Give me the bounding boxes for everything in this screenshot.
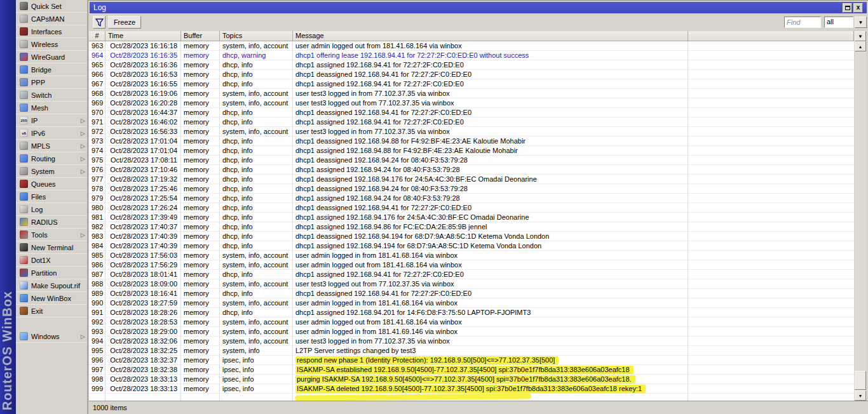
column-header-topics[interactable]: Topics bbox=[220, 31, 293, 41]
log-row-969[interactable]: 969Oct/28/2023 16:20:28memorysystem, inf… bbox=[89, 98, 854, 108]
sidebar-item-ppp[interactable]: PPP bbox=[16, 76, 87, 89]
topic-scope-dropdown-button[interactable]: ▼ bbox=[855, 17, 867, 28]
row-number: 993 bbox=[89, 327, 105, 337]
log-row-997[interactable]: 997Oct/28/2023 18:32:38memoryipsec, info… bbox=[89, 365, 854, 375]
log-row-986[interactable]: 986Oct/28/2023 17:56:29memorysystem, inf… bbox=[89, 260, 854, 270]
log-row-987[interactable]: 987Oct/28/2023 18:01:41memorydhcp, infod… bbox=[89, 270, 854, 279]
log-row-996[interactable]: 996Oct/28/2023 18:32:37memoryipsec, info… bbox=[89, 356, 854, 365]
log-row-965[interactable]: 965Oct/28/2023 16:16:36memorydhcp, infod… bbox=[89, 60, 854, 70]
column-header-number[interactable]: # bbox=[89, 31, 105, 41]
log-row-980[interactable]: 980Oct/28/2023 17:26:24memorydhcp, infod… bbox=[89, 203, 854, 213]
sidebar-item-mesh[interactable]: Mesh bbox=[16, 102, 87, 114]
cell-buffer: memory bbox=[181, 327, 220, 337]
sidebar-item-ipv6[interactable]: v6IPv6▷ bbox=[16, 127, 87, 140]
row-number: 964 bbox=[89, 51, 105, 60]
log-row-998[interactable]: 998Oct/28/2023 18:33:13memoryipsec, info… bbox=[89, 375, 854, 384]
close-icon: x bbox=[857, 4, 860, 11]
cell-empty bbox=[688, 289, 854, 298]
sidebar-item-exit[interactable]: Exit bbox=[16, 305, 87, 317]
sidebar-item-switch[interactable]: Switch bbox=[16, 89, 87, 102]
log-row-972[interactable]: 972Oct/28/2023 16:56:33memorysystem, inf… bbox=[89, 127, 854, 137]
scroll-up-button[interactable]: ▲ bbox=[855, 41, 866, 51]
cell-topics: system, info, account bbox=[220, 98, 293, 108]
sidebar-item-dot1x[interactable]: Dot1X bbox=[16, 254, 87, 267]
cell-message: user test3 logged in from 77.102.37.35 v… bbox=[293, 127, 688, 137]
log-row-992[interactable]: 992Oct/28/2023 18:28:53memorysystem, inf… bbox=[89, 317, 854, 327]
column-header-time[interactable]: Time bbox=[105, 31, 181, 41]
log-row-970[interactable]: 970Oct/28/2023 16:44:37memorydhcp, infod… bbox=[89, 108, 854, 117]
log-row-995[interactable]: 995Oct/28/2023 18:32:25memorysystem, inf… bbox=[89, 346, 854, 356]
sidebar-item-interfaces[interactable]: Interfaces bbox=[16, 25, 87, 38]
log-row-977[interactable]: 977Oct/28/2023 17:19:32memorydhcp, infod… bbox=[89, 175, 854, 184]
restore-window-button[interactable] bbox=[843, 3, 852, 13]
log-row-991[interactable]: 991Oct/28/2023 18:28:26memorydhcp, infod… bbox=[89, 308, 854, 317]
log-row-990[interactable]: 990Oct/28/2023 18:27:59memorysystem, inf… bbox=[89, 298, 854, 308]
scroll-down-button[interactable]: ▼ bbox=[855, 391, 866, 401]
log-row-993[interactable]: 993Oct/28/2023 18:29:00memorysystem, inf… bbox=[89, 327, 854, 337]
log-row-979[interactable]: 979Oct/28/2023 17:25:54memorydhcp, infod… bbox=[89, 194, 854, 203]
log-row-963[interactable]: 963Oct/28/2023 16:16:18memorysystem, inf… bbox=[89, 41, 854, 51]
sidebar-item-new-terminal[interactable]: New Terminal bbox=[16, 241, 87, 254]
filter-button[interactable] bbox=[93, 16, 105, 29]
sidebar-item-queues[interactable]: Queues bbox=[16, 178, 87, 190]
column-header-message[interactable]: Message bbox=[293, 31, 688, 41]
log-row-974[interactable]: 974Oct/28/2023 17:01:04memorydhcp, infod… bbox=[89, 146, 854, 156]
cell-topics: system, info, account bbox=[220, 127, 293, 137]
log-row-982[interactable]: 982Oct/28/2023 17:40:37memorydhcp, infod… bbox=[89, 222, 854, 232]
cell-time: Oct/28/2023 16:56:33 bbox=[105, 127, 181, 137]
sidebar-item-windows[interactable]: Windows▷ bbox=[16, 330, 87, 343]
sidebar-item-log[interactable]: Log bbox=[16, 203, 87, 216]
system-icon bbox=[20, 167, 28, 175]
cell-empty bbox=[688, 222, 854, 232]
sidebar-item-bridge[interactable]: Bridge bbox=[16, 63, 87, 76]
log-row-994[interactable]: 994Oct/28/2023 18:32:06memorysystem, inf… bbox=[89, 337, 854, 346]
log-row-981[interactable]: 981Oct/28/2023 17:39:49memorydhcp, infod… bbox=[89, 213, 854, 222]
log-row-973[interactable]: 973Oct/28/2023 17:01:04memorydhcp, infod… bbox=[89, 137, 854, 146]
sidebar-item-wireless[interactable]: Wireless bbox=[16, 38, 87, 51]
cell-buffer: memory bbox=[181, 251, 220, 260]
topic-scope-combo[interactable]: all bbox=[824, 17, 853, 28]
log-row-976[interactable]: 976Oct/28/2023 17:10:46memorydhcp, infod… bbox=[89, 165, 854, 175]
log-row-985[interactable]: 985Oct/28/2023 17:56:03memorysystem, inf… bbox=[89, 251, 854, 260]
cell-message: dhcp1 assigned 192.168.94.24 for 08:40:F… bbox=[293, 165, 688, 175]
column-select-button[interactable]: ▼ bbox=[855, 31, 866, 41]
sidebar-item-new-winbox[interactable]: New WinBox bbox=[16, 292, 87, 305]
sidebar-item-system[interactable]: System▷ bbox=[16, 165, 87, 178]
log-row-966[interactable]: 966Oct/28/2023 16:16:53memorydhcp, infod… bbox=[89, 70, 854, 79]
find-input[interactable] bbox=[784, 17, 821, 28]
sidebar-item-mpls[interactable]: MPLS▷ bbox=[16, 140, 87, 152]
sidebar-item-capsman[interactable]: CAPsMAN bbox=[16, 13, 87, 25]
sidebar-item-tools[interactable]: Tools▷ bbox=[16, 229, 87, 241]
log-row-964[interactable]: 964Oct/28/2023 16:16:35memorydhcp, warni… bbox=[89, 51, 854, 60]
sidebar-item-quick-set[interactable]: Quick Set bbox=[16, 0, 87, 13]
log-row-988[interactable]: 988Oct/28/2023 18:09:00memorysystem, inf… bbox=[89, 279, 854, 289]
cell-empty bbox=[688, 213, 854, 222]
log-row-971[interactable]: 971Oct/28/2023 16:46:02memorydhcp, infod… bbox=[89, 117, 854, 127]
log-row-999[interactable]: 999Oct/28/2023 18:33:13memoryipsec, info… bbox=[89, 384, 854, 394]
sidebar-item-routing[interactable]: Routing▷ bbox=[16, 152, 87, 165]
log-row-978[interactable]: 978Oct/28/2023 17:25:46memorydhcp, infod… bbox=[89, 184, 854, 194]
scrollbar-thumb[interactable] bbox=[855, 371, 866, 390]
cell-message: dhcp1 assigned 192.168.94.24 for 08:40:F… bbox=[293, 194, 688, 203]
sidebar-item-files[interactable]: Files bbox=[16, 190, 87, 203]
sidebar-item-wireguard[interactable]: WireGuard bbox=[16, 51, 87, 63]
sidebar-item-partition[interactable]: Partition bbox=[16, 267, 87, 279]
sidebar-item-make-supout-rif[interactable]: Make Supout.rif bbox=[16, 279, 87, 292]
log-row-975[interactable]: 975Oct/28/2023 17:08:11memorydhcp, infod… bbox=[89, 156, 854, 165]
log-row-983[interactable]: 983Oct/28/2023 17:40:39memorydhcp, infod… bbox=[89, 232, 854, 241]
log-row-968[interactable]: 968Oct/28/2023 16:19:06memorysystem, inf… bbox=[89, 89, 854, 98]
log-row-967[interactable]: 967Oct/28/2023 16:16:55memorydhcp, infod… bbox=[89, 79, 854, 89]
column-header-buffer[interactable]: Buffer bbox=[181, 31, 220, 41]
log-row-989[interactable]: 989Oct/28/2023 18:16:41memorydhcp, infod… bbox=[89, 289, 854, 298]
log-row-984[interactable]: 984Oct/28/2023 17:40:39memorydhcp, infod… bbox=[89, 241, 854, 251]
menu-gap bbox=[16, 317, 87, 330]
sidebar-item-ip[interactable]: 255IP▷ bbox=[16, 114, 87, 127]
sidebar-item-label: Windows bbox=[31, 333, 60, 340]
vertical-scrollbar[interactable]: ▲ ▼ bbox=[855, 41, 866, 401]
log-window-titlebar[interactable]: Log x bbox=[90, 2, 867, 13]
sidebar-item-radius[interactable]: RADIUS bbox=[16, 216, 87, 229]
freeze-button[interactable]: Freeze bbox=[108, 16, 141, 29]
close-window-button[interactable]: x bbox=[853, 3, 863, 13]
cell-empty bbox=[688, 117, 854, 127]
row-number: 992 bbox=[89, 317, 105, 327]
